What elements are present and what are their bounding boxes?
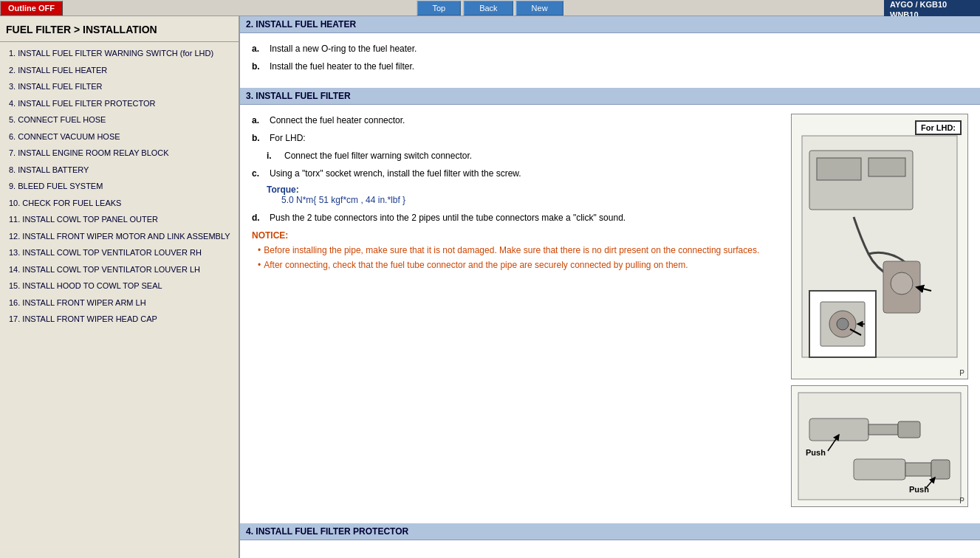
sidebar-item[interactable]: 12. INSTALL FRONT WIPER MOTOR AND LINK A… — [0, 228, 239, 245]
svg-point-5 — [891, 272, 913, 294]
sidebar-item[interactable]: 11. INSTALL COWL TOP PANEL OUTER — [0, 211, 239, 228]
sidebar-item[interactable]: 3. INSTALL FUEL FILTER — [0, 78, 239, 95]
sidebar-item[interactable]: 8. INSTALL BATTERY — [0, 162, 239, 179]
step-3b: b. For LHD: — [252, 131, 779, 145]
svg-text:Push: Push — [909, 485, 929, 494]
step-3b-text: For LHD: — [270, 131, 306, 145]
step-3a: a. Connect the fuel heater connector. — [252, 114, 779, 127]
step-3b-label: b. — [252, 131, 267, 145]
diagram2-label: P — [959, 497, 964, 505]
sidebar-items-list: 1. INSTALL FUEL FILTER WARNING SWITCH (f… — [0, 45, 239, 328]
notice-bullet-1-text: Before installing the pipe, make sure th… — [264, 244, 759, 257]
svg-rect-13 — [798, 393, 961, 500]
svg-rect-20 — [905, 463, 931, 476]
step-3c-text: Using a "torx" socket wrench, install th… — [270, 167, 521, 180]
sidebar-item[interactable]: 5. CONNECT FUEL HOSE — [0, 111, 239, 128]
top-bar: Outline OFF Top Back New AYGO / KGB10WNB… — [0, 0, 980, 16]
diagram-container: For LHD: — [791, 114, 968, 507]
engine-svg — [795, 121, 964, 372]
push-svg: Push Push — [795, 389, 964, 503]
step-2a-text: Install a new O-ring to the fuel heater. — [270, 42, 417, 55]
svg-text:Push: Push — [806, 448, 826, 457]
sidebar-item[interactable]: 15. INSTALL HOOD TO COWL TOP SEAL — [0, 278, 239, 294]
sidebar-item[interactable]: 13. INSTALL COWL TOP VENTILATOR LOUVER R… — [0, 244, 239, 261]
outline-button[interactable]: Outline OFF — [0, 1, 63, 16]
step-3c-label: c. — [252, 167, 267, 180]
step-3b-i-label: i. — [267, 149, 281, 162]
section3-body: For LHD: — [240, 111, 980, 516]
step-3c: c. Using a "torx" socket wrench, install… — [252, 167, 779, 180]
sidebar-item[interactable]: 16. INSTALL FRONT WIPER ARM LH — [0, 294, 239, 311]
top-button[interactable]: Top — [417, 1, 461, 16]
step-2b: b. Install the fuel heater to the fuel f… — [252, 60, 968, 73]
step-3b-i: i. Connect the fuel filter warning switc… — [252, 149, 779, 162]
section3-header: 3. INSTALL FUEL FILTER — [240, 88, 980, 105]
main-container: FUEL FILTER > INSTALLATION 1. INSTALL FU… — [0, 16, 980, 558]
step-3a-text: Connect the fuel heater connector. — [270, 114, 405, 127]
step-2a-label: a. — [252, 42, 267, 55]
step-2b-text: Install the fuel heater to the fuel filt… — [270, 60, 414, 73]
back-button[interactable]: Back — [464, 1, 513, 16]
svg-rect-3 — [868, 158, 905, 176]
nav-buttons: Top Back New — [417, 1, 563, 16]
sidebar-item[interactable]: 1. INSTALL FUEL FILTER WARNING SWITCH (f… — [0, 45, 239, 62]
step-3a-label: a. — [252, 114, 267, 127]
step-3d-text: Push the 2 tube connectors into the 2 pi… — [270, 211, 626, 224]
step-3b-i-text: Connect the fuel filter warning switch c… — [284, 149, 472, 162]
section2-body: a. Install a new O-ring to the fuel heat… — [240, 39, 980, 80]
sidebar-item[interactable]: 4. INSTALL FUEL FILTER PROTECTOR — [0, 95, 239, 112]
notice-bullet-2-text: After connecting, check that the fuel tu… — [264, 258, 688, 272]
sidebar-item[interactable]: 17. INSTALL FRONT WIPER HEAD CAP — [0, 311, 239, 328]
svg-rect-2 — [817, 158, 861, 180]
content-area[interactable]: 2. INSTALL FUEL HEATER a. Install a new … — [240, 16, 980, 558]
diagram1-label: P — [959, 369, 964, 377]
step-3d: d. Push the 2 tube connectors into the 2… — [252, 211, 779, 224]
section4-header: 4. INSTALL FUEL FILTER PROTECTOR — [240, 523, 980, 540]
page-title: FUEL FILTER > INSTALLATION — [0, 19, 239, 42]
svg-rect-16 — [898, 421, 920, 438]
new-button[interactable]: New — [516, 1, 563, 16]
sidebar: FUEL FILTER > INSTALLATION 1. INSTALL FU… — [0, 16, 240, 558]
svg-rect-14 — [809, 418, 868, 441]
svg-rect-21 — [931, 460, 950, 479]
svg-rect-19 — [854, 459, 905, 480]
diagram2: Push Push — [791, 385, 968, 507]
for-lhd-label: For LHD: — [915, 120, 962, 135]
sidebar-item[interactable]: 10. CHECK FOR FUEL LEAKS — [0, 195, 239, 212]
sidebar-item[interactable]: 2. INSTALL FUEL HEATER — [0, 62, 239, 79]
step-2a: a. Install a new O-ring to the fuel heat… — [252, 42, 968, 55]
sidebar-item[interactable]: 9. BLEED FUEL SYSTEM — [0, 178, 239, 195]
bullet-icon-2: • — [258, 258, 261, 272]
notice-bullet-2: • After connecting, check that the fuel … — [258, 258, 779, 272]
svg-rect-15 — [868, 424, 898, 435]
sidebar-item[interactable]: 14. INSTALL COWL TOP VENTILATOR LOUVER L… — [0, 261, 239, 278]
sidebar-item[interactable]: 7. INSTALL ENGINE ROOM RELAY BLOCK — [0, 145, 239, 162]
svg-point-10 — [837, 318, 849, 330]
step-2b-label: b. — [252, 60, 267, 73]
bullet-icon-1: • — [258, 244, 261, 257]
sidebar-item[interactable]: 6. CONNECT VACUUM HOSE — [0, 128, 239, 145]
diagram1: For LHD: — [791, 114, 968, 379]
step-3d-label: d. — [252, 211, 267, 224]
notice-bullet-1: • Before installing the pipe, make sure … — [258, 244, 779, 257]
section2-header: 2. INSTALL FUEL HEATER — [240, 16, 980, 33]
